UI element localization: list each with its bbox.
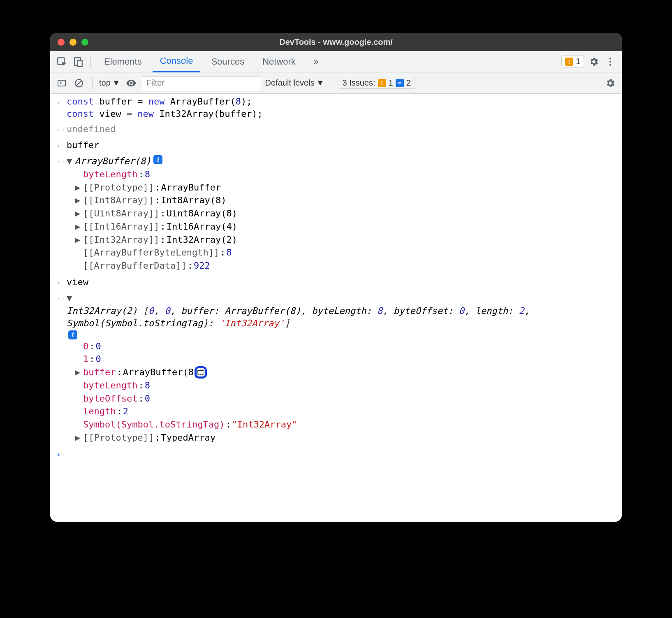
disclosure-triangle-icon[interactable]: ▶: [75, 432, 82, 444]
warning-count: 1: [576, 57, 580, 66]
disclosure-triangle-icon[interactable]: ▼: [67, 155, 74, 167]
object-property[interactable]: ▶[[Prototype]]: ArrayBuffer: [75, 181, 616, 194]
tab-sources[interactable]: Sources: [204, 51, 252, 72]
svg-rect-6: [58, 80, 65, 86]
object-property[interactable]: ▶[[ArrayBufferData]]: 922: [75, 259, 616, 272]
log-level-selector[interactable]: Default levels ▼: [265, 78, 324, 88]
console-output: › const buffer = new ArrayBuffer(8); con…: [50, 94, 622, 522]
console-settings-icon[interactable]: [604, 77, 617, 90]
console-input-row: › view: [50, 274, 622, 290]
return-chevron-icon: ‹·: [56, 155, 67, 272]
svg-point-5: [609, 64, 611, 65]
titlebar: DevTools - www.google.com/: [50, 33, 622, 51]
disclosure-triangle-icon[interactable]: ▶: [75, 221, 82, 233]
svg-line-8: [76, 80, 82, 86]
tab-more[interactable]: »: [306, 51, 326, 72]
info-icon[interactable]: i: [153, 155, 162, 164]
tab-console[interactable]: Console: [153, 51, 201, 72]
separator: [90, 56, 91, 68]
input-chevron-icon: ›: [56, 276, 67, 288]
separator: [331, 77, 331, 89]
warning-icon: !: [378, 79, 386, 87]
object-property[interactable]: ▶ buffer: ArrayBuffer(8: [75, 366, 616, 379]
disclosure-triangle-icon[interactable]: ▶: [75, 366, 82, 379]
svg-rect-9: [197, 371, 204, 374]
settings-icon[interactable]: [587, 55, 600, 68]
info-icon: =: [396, 79, 404, 87]
device-toolbar-icon[interactable]: [72, 55, 85, 68]
disclosure-triangle-icon[interactable]: ▶: [75, 181, 82, 194]
object-property[interactable]: ▶[[ArrayBufferByteLength]]: 8: [75, 246, 616, 259]
svg-rect-2: [78, 60, 82, 66]
object-property[interactable]: ▶byteLength: 8: [75, 379, 616, 392]
console-return-row: ‹· undefined: [50, 121, 622, 137]
disclosure-triangle-icon[interactable]: ▶: [75, 194, 82, 207]
disclosure-triangle-icon[interactable]: ▶: [75, 207, 82, 220]
kebab-menu-icon[interactable]: [604, 55, 617, 68]
filter-input[interactable]: [142, 76, 261, 90]
object-property[interactable]: ▶[[Int8Array]]: Int8Array(8): [75, 194, 616, 207]
svg-point-3: [609, 58, 611, 59]
object-property[interactable]: ▶1: 0: [75, 353, 616, 366]
disclosure-triangle-icon[interactable]: ▶: [75, 234, 82, 246]
dropdown-icon: ▼: [112, 78, 120, 88]
live-expression-icon[interactable]: [125, 77, 138, 90]
console-input-row: › buffer: [50, 137, 622, 153]
toggle-sidebar-icon[interactable]: [55, 77, 68, 90]
prompt-chevron-icon: ›: [56, 448, 67, 460]
object-property[interactable]: ▶byteOffset: 0: [75, 392, 616, 405]
console-return-row: ‹· ▼ ArrayBuffer(8) i ▶byteLength: 8 ▶[[…: [50, 153, 622, 274]
devtools-window: DevTools - www.google.com/ Elements Cons…: [50, 33, 622, 522]
maximize-window-button[interactable]: [81, 39, 88, 46]
main-toolbar: Elements Console Sources Network » ! 1: [50, 51, 622, 72]
window-title: DevTools - www.google.com/: [50, 37, 622, 47]
object-property[interactable]: ▶[[Uint8Array]]: Uint8Array(8): [75, 207, 616, 220]
warning-icon: !: [565, 58, 573, 66]
toolbar-warnings-chip[interactable]: ! 1: [561, 56, 584, 67]
console-prompt[interactable]: ›: [50, 446, 622, 462]
issues-link[interactable]: 3 Issues: ! 1 = 2: [338, 77, 415, 89]
close-window-button[interactable]: [58, 39, 65, 46]
svg-point-4: [609, 60, 611, 62]
minimize-window-button[interactable]: [70, 39, 76, 46]
object-property[interactable]: ▶[[Int16Array]]: Int16Array(4): [75, 220, 616, 233]
object-header[interactable]: ▼ Int32Array(2) [0, 0, buffer: ArrayBuff…: [67, 292, 616, 340]
return-chevron-icon: ‹·: [56, 123, 67, 135]
disclosure-triangle-icon[interactable]: ▼: [67, 292, 74, 304]
tab-elements[interactable]: Elements: [97, 51, 149, 72]
memory-inspector-icon[interactable]: [195, 366, 207, 379]
input-chevron-icon: ›: [56, 95, 67, 120]
object-property[interactable]: ▶Symbol(Symbol.toStringTag): "Int32Array…: [75, 418, 616, 431]
console-return-row: ‹· ▼ Int32Array(2) [0, 0, buffer: ArrayB…: [50, 290, 622, 446]
separator: [92, 77, 93, 89]
info-icon[interactable]: i: [68, 330, 77, 339]
object-header[interactable]: ▼ ArrayBuffer(8) i: [67, 155, 616, 168]
context-selector[interactable]: top ▼: [99, 78, 120, 88]
console-toolbar: top ▼ Default levels ▼ 3 Issues: ! 1 = 2: [50, 72, 622, 94]
inspect-element-icon[interactable]: [55, 55, 68, 68]
object-property[interactable]: ▶[[Prototype]]: TypedArray: [75, 431, 616, 444]
window-controls: [58, 39, 88, 46]
clear-console-icon[interactable]: [72, 77, 86, 90]
input-chevron-icon: ›: [56, 139, 67, 151]
dropdown-icon: ▼: [316, 78, 324, 88]
object-property[interactable]: ▶[[Int32Array]]: Int32Array(2): [75, 233, 616, 246]
object-property[interactable]: ▶byteLength: 8: [75, 168, 616, 181]
tab-network[interactable]: Network: [255, 51, 303, 72]
object-property[interactable]: ▶length: 2: [75, 405, 616, 418]
return-chevron-icon: ‹·: [56, 292, 67, 444]
object-property[interactable]: ▶0: 0: [75, 340, 616, 353]
console-input-row: › const buffer = new ArrayBuffer(8); con…: [50, 94, 622, 121]
